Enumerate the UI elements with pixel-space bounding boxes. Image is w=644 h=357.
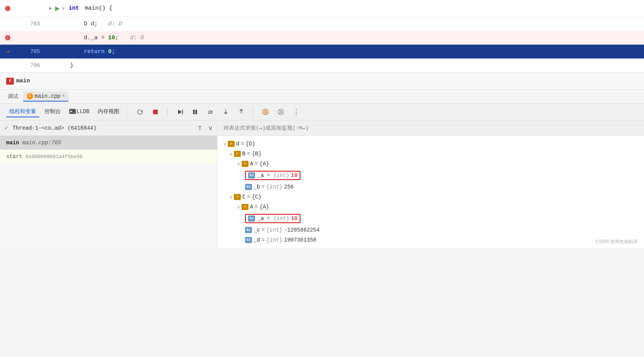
run-icon[interactable]: ▶ <box>55 3 60 13</box>
var-eq-b1: = <box>262 184 265 190</box>
svg-rect-4 <box>182 110 183 114</box>
line-number-705: 705 <box>15 48 46 55</box>
func-name-label: main <box>16 78 30 84</box>
resume-btn[interactable] <box>173 107 186 117</box>
variables-list: ∨ ≡ d = {D} ∨ ≡ B = {B} ∨ ≡ A = <box>217 136 644 248</box>
svg-text:✓: ✓ <box>7 36 8 40</box>
var-row-C: ∨ ≡ C = {C} <box>217 192 644 202</box>
var-type-b1: {int} <box>266 184 282 190</box>
expand-A2-icon[interactable]: ∨ <box>237 205 240 210</box>
var-eq-d: = <box>241 141 244 147</box>
clear-btn[interactable] <box>274 107 287 117</box>
var-row-a1: 01 _a = {int} 10 <box>217 169 644 182</box>
frame-main-location: main.cpp:705 <box>22 140 61 146</box>
var-name-C: C <box>242 194 245 200</box>
function-label-bar: f main <box>0 73 644 90</box>
var-icon-b1: 01 <box>245 184 252 190</box>
thread-filter-icon[interactable]: ⊤ <box>198 124 202 132</box>
var-eq-c: = <box>262 227 265 233</box>
watch-expression-input[interactable] <box>224 125 638 131</box>
svg-rect-6 <box>195 110 197 114</box>
var-value-a2: 10 <box>291 215 297 222</box>
collapse-arrow-icon[interactable]: ▶ <box>49 5 52 11</box>
tab-console[interactable]: 控制台 <box>42 107 64 117</box>
expand-A1-icon[interactable]: ∨ <box>237 162 240 167</box>
gutter-error: ✓ <box>0 35 15 40</box>
terminal-icon: ▶_ <box>69 109 76 114</box>
tab-memory[interactable]: 内存视图 <box>95 107 122 117</box>
separator-1 <box>128 108 128 116</box>
var-icon-a1: 01 <box>248 172 255 178</box>
code-content-706: } <box>46 56 644 75</box>
breakpoint-icon[interactable]: ✓ <box>5 35 10 40</box>
var-row-d: ∨ ≡ d = {D} <box>217 139 644 149</box>
code-editor: ▶ ▶ ∨ int main() { 703 D d; d: D ✓ <box>0 0 644 73</box>
func-header-content: ▶ ▶ ∨ int main() { <box>46 3 113 13</box>
tab-filename: main.cpp <box>35 93 60 99</box>
expand-C-icon[interactable]: ∨ <box>230 195 232 200</box>
breakpoint-empty <box>5 6 10 11</box>
svg-marker-3 <box>178 110 182 114</box>
var-icon-a2: 01 <box>248 215 255 222</box>
var-name-d2: _d <box>254 237 260 243</box>
main-cpp-tab[interactable]: C main.cpp × <box>23 92 68 102</box>
thread-dropdown-icon[interactable]: ∨ <box>209 124 212 132</box>
var-name-a2: _a <box>257 215 264 222</box>
stack-frame-main[interactable]: main main.cpp:705 <box>0 136 217 150</box>
tab-lldb[interactable]: ▶_ LLDB <box>66 107 92 117</box>
var-icon-c: 01 <box>245 227 252 233</box>
tab-close-icon[interactable]: × <box>62 93 65 99</box>
thread-panel: ✓ Thread-1-<co…ad> (6416844) ⊤ ∨ main ma… <box>0 120 217 248</box>
var-eq-C: = <box>247 194 250 200</box>
pause-btn[interactable] <box>189 107 202 117</box>
var-value-c: -1205862254 <box>284 227 319 233</box>
frame-main-name: main <box>6 140 19 146</box>
stop-btn[interactable] <box>149 107 162 117</box>
var-eq-a1: = <box>267 172 270 178</box>
frame-start-name: start <box>6 153 25 160</box>
gutter-705: → <box>0 48 15 55</box>
watermark: CSDN @周杰偷奶茶 <box>596 239 638 245</box>
stack-frame-start[interactable]: start 0x000000001a4f5be50 <box>0 150 217 163</box>
debug-tab-label[interactable]: 调试 <box>5 92 22 102</box>
var-row-d2: 01 _d = {int} 1907361358 <box>217 235 644 245</box>
var-row-B: ∨ ≡ B = {B} <box>217 149 644 159</box>
var-icon-C: ≡ <box>234 194 241 200</box>
var-value-A1: {A} <box>259 161 269 167</box>
step-over-btn[interactable] <box>204 107 217 117</box>
var-row-b1: 01 _b = {int} 256 <box>217 182 644 192</box>
exception-btn[interactable] <box>259 107 272 117</box>
tab-threads-variables[interactable]: 线程和变量 <box>6 107 39 117</box>
func-icon: f <box>6 78 14 85</box>
var-row-A-under-C: ∨ ≡ A = {A} <box>217 202 644 212</box>
collapse-chevron-icon[interactable]: ∨ <box>62 5 65 11</box>
watch-expression-header <box>217 120 644 136</box>
var-name-b1: _b <box>254 184 260 190</box>
cpp-file-icon: C <box>27 93 33 99</box>
tab-bar: 调试 C main.cpp × <box>0 90 644 103</box>
var-row-a2: 01 _a = {int} 10 <box>217 212 644 225</box>
var-eq-A2: = <box>255 204 258 210</box>
var-type-c: {int} <box>266 227 282 233</box>
step-down-btn[interactable] <box>219 107 232 117</box>
step-out-btn[interactable] <box>235 107 248 117</box>
var-row-c: 01 _c = {int} -1205862254 <box>217 225 644 235</box>
var-name-A1: A <box>250 161 253 167</box>
var-value-A2: {A} <box>259 204 269 210</box>
svg-rect-5 <box>193 110 195 114</box>
refresh-btn[interactable] <box>133 107 147 117</box>
var-eq-a2: = <box>267 215 270 222</box>
var-value-d2: 1907361358 <box>284 237 316 243</box>
line-number-706: 706 <box>15 62 46 68</box>
var-icon-d2: 01 <box>245 237 252 243</box>
separator-2 <box>167 108 168 116</box>
expand-B-icon[interactable]: ∨ <box>230 152 232 157</box>
var-value-B: {B} <box>252 151 261 157</box>
var-type-a2: {int} <box>273 215 289 222</box>
var-icon-d: ≡ <box>228 141 235 147</box>
thread-selector-header: ✓ Thread-1-<co…ad> (6416844) ⊤ ∨ <box>0 120 217 136</box>
more-btn[interactable]: ⋮ <box>290 106 303 118</box>
checkmark-icon: ✓ <box>5 125 8 131</box>
expand-d-icon[interactable]: ∨ <box>224 142 226 147</box>
var-name-B: B <box>242 151 245 157</box>
